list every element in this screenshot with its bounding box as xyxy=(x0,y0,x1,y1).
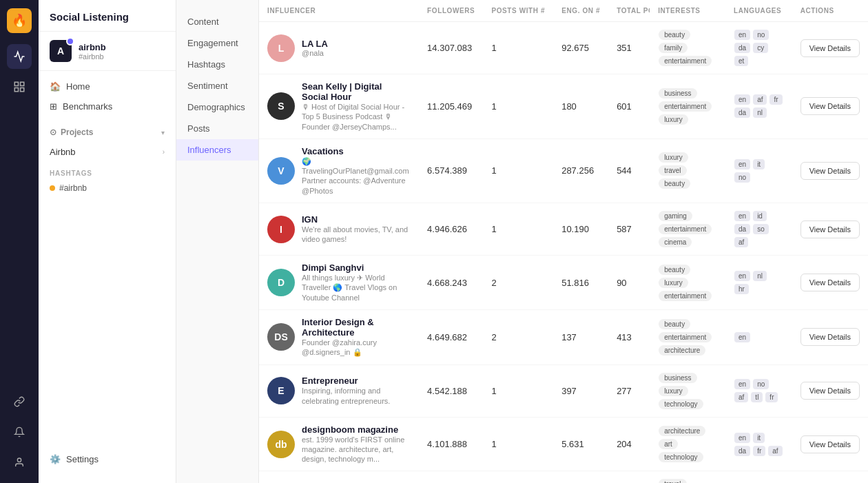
interest-tag: entertainment xyxy=(659,291,712,301)
col-actions: ACTIONS xyxy=(792,0,868,22)
home-icon: 🏠 xyxy=(50,81,61,92)
actions-cell: View Details xyxy=(792,309,868,364)
languages-cell: ennlhr xyxy=(725,256,792,310)
view-details-button[interactable]: View Details xyxy=(800,97,860,115)
account-switcher[interactable]: A airbnb #airbnb xyxy=(39,32,176,71)
languages-cell: enaffrdanl xyxy=(725,74,792,139)
influencer-bio: We're all about movies, TV, and video ga… xyxy=(302,225,411,245)
followers-cell: 4.946.626 xyxy=(419,203,483,256)
eng-on-cell: 4.791 xyxy=(553,471,608,483)
subnav-posts[interactable]: Posts xyxy=(176,118,258,139)
language-tag: da xyxy=(734,446,750,456)
total-posts-cell: 413 xyxy=(608,309,650,364)
col-followers: FOLLOWERS xyxy=(419,0,483,22)
language-tag: en xyxy=(734,211,750,221)
influencer-cell: S Sean Kelly | Digital Social Hour 🎙 Hos… xyxy=(259,74,419,139)
language-tag: fr xyxy=(753,446,765,456)
influencer-bio: 🌍 TravelingOurPlanet@gmail.com Partner a… xyxy=(302,156,411,196)
sidebar-project-airbnb[interactable]: Airbnb › xyxy=(39,143,176,161)
app-logo[interactable]: 🔥 xyxy=(7,8,32,33)
language-tag: no xyxy=(734,172,750,183)
sidebar: Social Listening A airbnb #airbnb 🏠 Home… xyxy=(39,0,176,483)
interests-cell: beautyfamilyentertainment xyxy=(650,22,725,74)
interest-tag: business xyxy=(659,373,696,383)
projects-icon: ⊙ xyxy=(50,127,56,137)
language-tag: en xyxy=(734,433,750,443)
analytics-nav-icon[interactable] xyxy=(7,44,32,69)
influencer-avatar: D xyxy=(267,269,295,296)
interests-cell: beautyluxuryentertainment xyxy=(650,256,725,310)
interest-tag: entertainment xyxy=(659,224,712,234)
table-row: D Dimpi Sanghvi All things luxury ✈ Worl… xyxy=(259,256,868,310)
interest-tag: entertainment xyxy=(659,56,712,66)
subnav-influencers[interactable]: Influencers xyxy=(176,139,258,161)
sidebar-hashtag-airbnb[interactable]: #airbnb xyxy=(39,180,176,196)
followers-cell: 14.307.083 xyxy=(419,22,483,74)
influencer-avatar: V xyxy=(267,157,295,185)
view-details-button[interactable]: View Details xyxy=(800,39,860,57)
view-details-button[interactable]: View Details xyxy=(800,274,860,291)
subnav-demographics[interactable]: Demographics xyxy=(176,96,258,118)
language-tag: no xyxy=(753,30,769,40)
language-tag: da xyxy=(734,43,750,53)
sidebar-item-home[interactable]: 🏠 Home xyxy=(39,76,176,96)
influencer-cell: T Travel Vacations Nature xyxy=(259,471,419,483)
influencer-name: IGN xyxy=(302,214,411,225)
grid-nav-icon[interactable] xyxy=(7,74,32,99)
influencer-avatar: S xyxy=(267,92,295,120)
language-tag: af xyxy=(753,94,767,105)
sidebar-projects-toggle[interactable]: ⊙ Projects ▾ xyxy=(39,122,176,143)
influencer-avatar: I xyxy=(267,216,295,243)
account-avatar: A xyxy=(50,40,72,62)
link-icon[interactable] xyxy=(7,389,32,414)
interest-tag: luxury xyxy=(659,152,688,163)
view-details-button[interactable]: View Details xyxy=(800,382,860,400)
sidebar-nav-section: 🏠 Home ⊞ Benchmarks xyxy=(39,71,176,122)
influencer-bio: Inspiring, informing and celebrating ent… xyxy=(302,386,411,406)
influencer-cell: V Vacations 🌍 TravelingOurPlanet@gmail.c… xyxy=(259,138,419,203)
view-details-button[interactable]: View Details xyxy=(800,435,860,453)
svg-rect-2 xyxy=(14,88,18,92)
language-tag: fr xyxy=(765,392,778,402)
interest-tag: business xyxy=(659,88,696,99)
actions-cell: View Details xyxy=(792,364,868,417)
total-posts-cell: 277 xyxy=(608,364,650,417)
language-tag: fr xyxy=(769,94,782,105)
followers-cell: 6.574.389 xyxy=(419,138,483,203)
eng-on-cell: 287.256 xyxy=(553,138,608,203)
col-total-posts: TOTAL POSTS xyxy=(608,0,650,22)
user-account-icon[interactable] xyxy=(7,450,32,475)
subnav-content[interactable]: Content xyxy=(176,11,258,32)
subnav-engagement[interactable]: Engagement xyxy=(176,32,258,54)
table-row: DS Interior Design & Architecture Founde… xyxy=(259,309,868,364)
influencer-name: designboom magazine xyxy=(302,424,411,435)
col-posts-with: POSTS WITH # xyxy=(483,0,553,22)
col-influencer: INFLUENCER xyxy=(259,0,419,22)
influencer-cell: I IGN We're all about movies, TV, and vi… xyxy=(259,203,419,256)
bell-icon[interactable] xyxy=(7,420,32,444)
actions-cell: View Details xyxy=(792,138,868,203)
influencer-name: Sean Kelly | Digital Social Hour xyxy=(302,81,411,102)
account-badge xyxy=(66,37,74,45)
view-details-button[interactable]: View Details xyxy=(800,162,860,180)
interest-tag: entertainment xyxy=(659,101,712,112)
svg-rect-3 xyxy=(21,88,24,92)
posts-with-cell: 2 xyxy=(483,309,553,364)
view-details-button[interactable]: View Details xyxy=(800,328,860,346)
subnav-sentiment[interactable]: Sentiment xyxy=(176,75,258,96)
subnav-hashtags[interactable]: Hashtags xyxy=(176,54,258,75)
sidebar-header: Social Listening xyxy=(39,0,176,32)
sidebar-item-benchmarks[interactable]: ⊞ Benchmarks xyxy=(39,96,176,116)
eng-on-cell: 397 xyxy=(553,364,608,417)
languages-cell: ennodacyet xyxy=(725,22,792,74)
view-details-button[interactable]: View Details xyxy=(800,220,860,238)
language-tag: en xyxy=(734,332,750,342)
interest-tag: technology xyxy=(659,452,703,462)
languages-cell: enitno xyxy=(725,138,792,203)
sidebar-settings[interactable]: ⚙️ Settings xyxy=(39,449,176,469)
language-tag: hr xyxy=(734,284,749,294)
account-info: airbnb #airbnb xyxy=(79,42,106,61)
influencer-cell: L LA LA @nala xyxy=(259,22,419,74)
influencer-cell: D Dimpi Sanghvi All things luxury ✈ Worl… xyxy=(259,256,419,310)
influencers-table-container[interactable]: INFLUENCER FOLLOWERS POSTS WITH # ENG. O… xyxy=(259,0,868,483)
